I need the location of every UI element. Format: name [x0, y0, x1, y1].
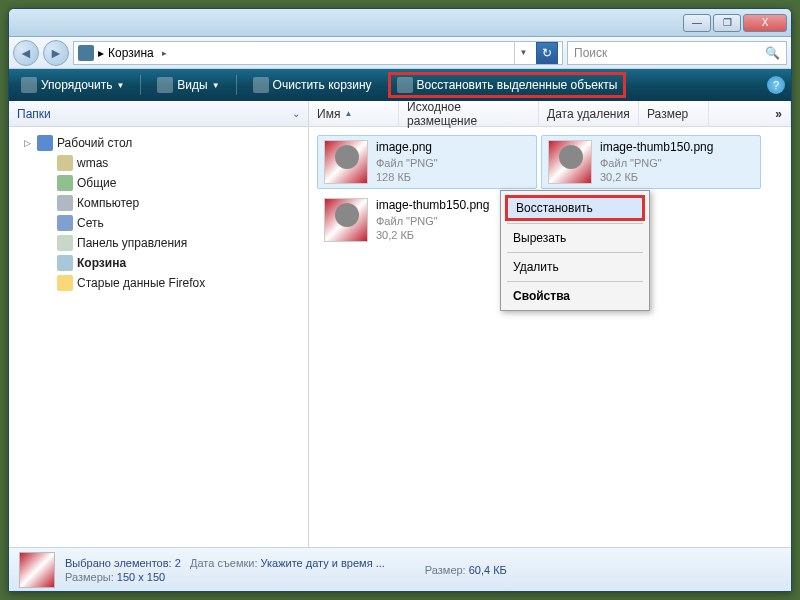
column-size[interactable]: Размер	[639, 101, 709, 126]
help-button[interactable]: ?	[767, 76, 785, 94]
sidebar-item[interactable]: Сеть	[13, 213, 304, 233]
file-info: image-thumb150.pngФайл "PNG"30,2 КБ	[600, 140, 713, 184]
statusbar: Выбрано элементов: 2 Дата съемки: Укажит…	[9, 547, 791, 591]
file-thumbnail	[548, 140, 592, 184]
refresh-button[interactable]: ↻	[536, 42, 558, 64]
breadcrumb-dropdown[interactable]: ▼	[514, 42, 532, 64]
restore-label: Восстановить выделенные объекты	[417, 78, 618, 92]
expander-icon[interactable]: ▷	[21, 138, 33, 148]
chevron-down-icon: ▼	[116, 81, 124, 90]
search-icon[interactable]: 🔍	[765, 46, 780, 60]
file-item[interactable]: image.pngФайл "PNG"128 КБ	[317, 135, 537, 189]
sidebar-item[interactable]: Панель управления	[13, 233, 304, 253]
folder-icon	[57, 275, 73, 291]
forward-button[interactable]: ►	[43, 40, 69, 66]
file-name: image-thumb150.png	[600, 140, 713, 156]
file-type: Файл "PNG"	[376, 214, 489, 228]
back-button[interactable]: ◄	[13, 40, 39, 66]
status-date-value[interactable]: Укажите дату и время ...	[261, 557, 385, 569]
sidebar-item-label: Рабочий стол	[57, 136, 132, 150]
file-size: 30,2 КБ	[600, 170, 713, 184]
context-properties[interactable]: Свойства	[503, 284, 647, 308]
views-icon	[157, 77, 173, 93]
column-name[interactable]: Имя ▲	[309, 101, 399, 126]
navbar: ◄ ► ▸ Корзина ▸ ▼ ↻ Поиск 🔍	[9, 37, 791, 69]
context-delete[interactable]: Удалить	[503, 255, 647, 279]
organize-icon	[21, 77, 37, 93]
status-dim-label: Размеры:	[65, 571, 114, 583]
separator	[507, 252, 643, 253]
sidebar-item[interactable]: ▷Рабочий стол	[13, 133, 304, 153]
sidebar: Папки ⌄ ▷Рабочий столwmasОбщиеКомпьютерС…	[9, 101, 309, 547]
file-item[interactable]: image-thumb150.pngФайл "PNG"30,2 КБ	[541, 135, 761, 189]
empty-label: Очистить корзину	[273, 78, 372, 92]
breadcrumb-location[interactable]: Корзина	[108, 46, 154, 60]
search-placeholder: Поиск	[574, 46, 607, 60]
explorer-window: — ❐ X ◄ ► ▸ Корзина ▸ ▼ ↻ Поиск 🔍 Упоряд…	[8, 8, 792, 592]
views-label: Виды	[177, 78, 207, 92]
sidebar-header[interactable]: Папки ⌄	[9, 101, 308, 127]
sidebar-item-label: Старые данные Firefox	[77, 276, 205, 290]
sort-asc-icon: ▲	[344, 109, 352, 118]
separator	[236, 75, 237, 95]
folder-icon	[57, 155, 73, 171]
maximize-button[interactable]: ❐	[713, 14, 741, 32]
recycle-bin-icon	[78, 45, 94, 61]
status-thumbnail	[19, 552, 55, 588]
sidebar-item[interactable]: Общие	[13, 173, 304, 193]
sidebar-item-label: Общие	[77, 176, 116, 190]
chevron-down-icon: ▼	[212, 81, 220, 90]
empty-recycle-button[interactable]: Очистить корзину	[247, 74, 378, 96]
trash-icon	[253, 77, 269, 93]
folder-icon	[57, 235, 73, 251]
column-original-location[interactable]: Исходное размещение	[399, 101, 539, 126]
content: Папки ⌄ ▷Рабочий столwmasОбщиеКомпьютерС…	[9, 101, 791, 547]
folder-icon	[57, 175, 73, 191]
restore-selected-button[interactable]: Восстановить выделенные объекты	[388, 72, 627, 98]
sidebar-item-label: Сеть	[77, 216, 104, 230]
folder-icon	[57, 255, 73, 271]
status-size-label: Размер:	[425, 564, 466, 576]
sidebar-item[interactable]: Старые данные Firefox	[13, 273, 304, 293]
sidebar-item[interactable]: Корзина	[13, 253, 304, 273]
sidebar-item[interactable]: Компьютер	[13, 193, 304, 213]
file-name: image.png	[376, 140, 438, 156]
column-date-deleted[interactable]: Дата удаления	[539, 101, 639, 126]
status-selected: Выбрано элементов: 2	[65, 557, 181, 569]
minimize-button[interactable]: —	[683, 14, 711, 32]
search-input[interactable]: Поиск 🔍	[567, 41, 787, 65]
organize-label: Упорядочить	[41, 78, 112, 92]
file-info: image-thumb150.pngФайл "PNG"30,2 КБ	[376, 198, 489, 242]
folder-icon	[37, 135, 53, 151]
file-name: image-thumb150.png	[376, 198, 489, 214]
context-menu: Восстановить Вырезать Удалить Свойства	[500, 190, 650, 311]
breadcrumb[interactable]: ▸ Корзина ▸ ▼ ↻	[73, 41, 563, 65]
sidebar-item[interactable]: wmas	[13, 153, 304, 173]
folder-icon	[57, 195, 73, 211]
sidebar-item-label: Корзина	[77, 256, 126, 270]
close-button[interactable]: X	[743, 14, 787, 32]
file-type: Файл "PNG"	[376, 156, 438, 170]
file-thumbnail	[324, 198, 368, 242]
organize-button[interactable]: Упорядочить ▼	[15, 74, 130, 96]
separator	[140, 75, 141, 95]
context-cut[interactable]: Вырезать	[503, 226, 647, 250]
context-restore[interactable]: Восстановить	[505, 195, 645, 221]
file-size: 128 КБ	[376, 170, 438, 184]
column-headers: Имя ▲ Исходное размещение Дата удаления …	[309, 101, 791, 127]
separator	[507, 223, 643, 224]
sidebar-title: Папки	[17, 107, 51, 121]
main-panel: Имя ▲ Исходное размещение Дата удаления …	[309, 101, 791, 547]
status-dim-value: 150 x 150	[117, 571, 165, 583]
breadcrumb-sep: ▸	[98, 46, 104, 60]
views-button[interactable]: Виды ▼	[151, 74, 225, 96]
chevron-down-icon[interactable]: ⌄	[292, 108, 300, 119]
folder-icon	[57, 215, 73, 231]
column-more[interactable]: »	[767, 101, 791, 126]
titlebar: — ❐ X	[9, 9, 791, 37]
file-size: 30,2 КБ	[376, 228, 489, 242]
separator	[507, 281, 643, 282]
folder-tree: ▷Рабочий столwmasОбщиеКомпьютерСетьПанел…	[9, 127, 308, 547]
toolbar: Упорядочить ▼ Виды ▼ Очистить корзину Во…	[9, 69, 791, 101]
file-info: image.pngФайл "PNG"128 КБ	[376, 140, 438, 184]
